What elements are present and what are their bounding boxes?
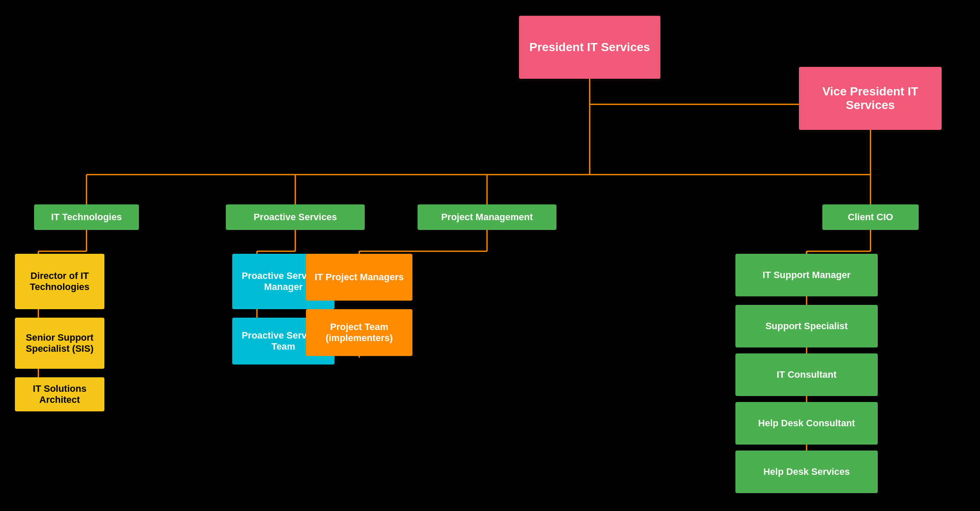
node-support-specialist: Support Specialist bbox=[735, 305, 878, 347]
node-it-support-manager: IT Support Manager bbox=[735, 254, 878, 296]
node-it-technologies: IT Technologies bbox=[34, 204, 139, 230]
node-project-team: Project Team (implementers) bbox=[306, 309, 412, 356]
node-senior-support: Senior Support Specialist (SIS) bbox=[15, 318, 104, 369]
node-project-management: Project Management bbox=[418, 204, 556, 230]
node-dir-it-tech: Director of IT Technologies bbox=[15, 254, 104, 309]
node-help-desk-services: Help Desk Services bbox=[735, 451, 878, 493]
node-it-consultant: IT Consultant bbox=[735, 353, 878, 396]
org-chart: President IT Services Vice President IT … bbox=[0, 0, 980, 511]
node-it-project-managers: IT Project Managers bbox=[306, 254, 412, 301]
node-president: President IT Services bbox=[519, 16, 660, 79]
node-proactive-services: Proactive Services bbox=[226, 204, 365, 230]
node-help-desk-consultant: Help Desk Consultant bbox=[735, 402, 878, 445]
node-vp: Vice President IT Services bbox=[799, 67, 942, 130]
node-client-cio: Client CIO bbox=[822, 204, 919, 230]
node-it-solutions: IT Solutions Architect bbox=[15, 377, 104, 411]
